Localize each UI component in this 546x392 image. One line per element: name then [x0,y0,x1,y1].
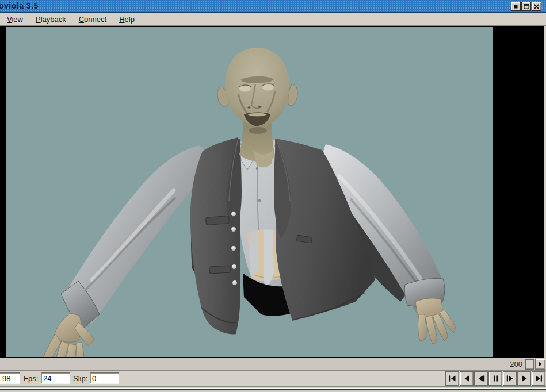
pause-button[interactable] [488,371,502,386]
render-canvas[interactable] [6,27,493,357]
head [217,48,297,134]
character-render [6,27,493,357]
viewport-letterbox [0,26,544,358]
playback-controls [445,371,545,386]
jump-to-start-button[interactable] [445,371,459,386]
step-backward-button[interactable] [474,371,488,386]
jump-to-start-icon [449,375,456,382]
maximize-icon [524,4,529,9]
minimize-button[interactable] [511,2,521,11]
menu-playback[interactable]: Playback [29,13,72,26]
play-forward-button[interactable] [517,371,531,386]
pause-icon [492,375,499,382]
menu-view[interactable]: View [1,13,29,26]
slip-input[interactable] [90,372,119,384]
fps-label: Fps: [24,374,38,383]
left-arm [38,145,214,357]
jump-to-end-icon [535,375,543,382]
window-right-border [544,26,546,358]
step-forward-icon [506,375,514,382]
play-forward-icon [521,375,528,382]
slip-label: Slip: [73,374,87,383]
window-title: oviola 3.5 [0,1,39,10]
menu-bar: View Playback Connect Help [0,13,546,26]
close-icon [534,4,539,9]
close-button[interactable] [532,2,541,11]
play-backward-button[interactable] [460,371,474,386]
play-backward-icon [463,375,471,382]
frame-input[interactable] [0,372,20,384]
menu-help[interactable]: Help [113,13,141,26]
timeline-scrollbar[interactable]: 200 [0,358,546,371]
step-backward-icon [478,375,485,382]
menu-connect[interactable]: Connect [72,13,113,26]
transport-bar: Fps: Slip: [0,371,546,386]
moviola-window: oviola 3.5 View Playback Connect Help [0,0,546,392]
timeline-right-arrow[interactable] [535,359,545,370]
window-controls [511,2,541,11]
minimize-icon [513,4,518,9]
frame-end-label: 200 [510,360,522,368]
right-arrow-icon [538,362,543,367]
maximize-button[interactable] [521,2,531,11]
timeline-thumb[interactable] [525,359,534,370]
right-hand [415,298,455,344]
fps-input[interactable] [41,372,70,384]
titlebar[interactable]: oviola 3.5 [0,0,546,13]
step-forward-button[interactable] [503,371,517,386]
jump-to-end-button[interactable] [532,371,545,386]
